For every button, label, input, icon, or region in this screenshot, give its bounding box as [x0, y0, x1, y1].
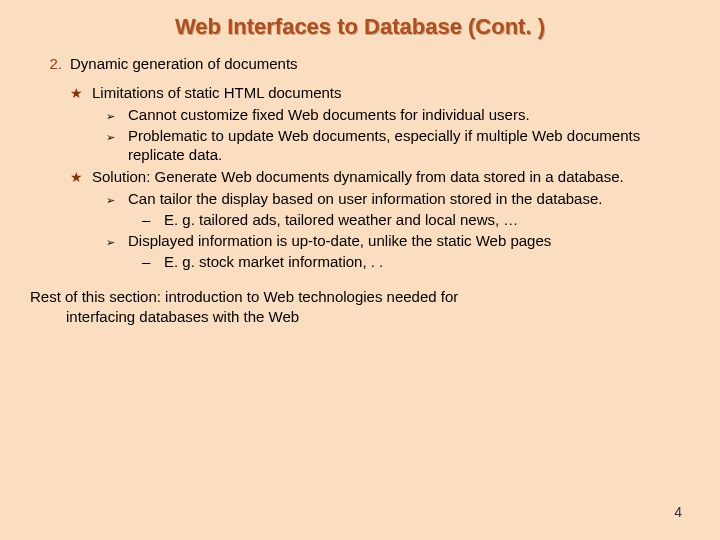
slide-title: Web Interfaces to Database (Cont. ) [0, 0, 720, 44]
arrow-item: ➢ Cannot customize fixed Web documents f… [106, 105, 690, 124]
number-marker: 2. [30, 54, 70, 73]
dash-icon: – [142, 252, 164, 271]
arrow-icon: ➢ [106, 235, 128, 249]
arrow-icon: ➢ [106, 109, 128, 123]
star-icon: ★ [70, 85, 92, 103]
star-item-text: Solution: Generate Web documents dynamic… [92, 167, 690, 186]
numbered-item: 2. Dynamic generation of documents [30, 54, 690, 73]
dash-item-text: E. g. tailored ads, tailored weather and… [164, 210, 690, 229]
dash-item: – E. g. stock market information, . . [142, 252, 690, 271]
dash-item-text: E. g. stock market information, . . [164, 252, 690, 271]
dash-icon: – [142, 210, 164, 229]
arrow-item: ➢ Displayed information is up-to-date, u… [106, 231, 690, 250]
closing-line-2: interfacing databases with the Web [30, 308, 299, 325]
arrow-item: ➢ Problematic to update Web documents, e… [106, 126, 690, 164]
dash-item: – E. g. tailored ads, tailored weather a… [142, 210, 690, 229]
slide-body: 2. Dynamic generation of documents ★ Lim… [0, 44, 720, 271]
arrow-item-text: Displayed information is up-to-date, unl… [128, 231, 690, 250]
page-number: 4 [674, 504, 682, 520]
closing-line-1: Rest of this section: introduction to We… [30, 288, 458, 305]
star-item: ★ Solution: Generate Web documents dynam… [70, 167, 690, 187]
star-item: ★ Limitations of static HTML documents [70, 83, 690, 103]
arrow-item: ➢ Can tailor the display based on user i… [106, 189, 690, 208]
star-item-text: Limitations of static HTML documents [92, 83, 690, 102]
arrow-item-text: Can tailor the display based on user inf… [128, 189, 690, 208]
arrow-icon: ➢ [106, 193, 128, 207]
star-icon: ★ [70, 169, 92, 187]
numbered-item-text: Dynamic generation of documents [70, 54, 690, 73]
arrow-item-text: Cannot customize fixed Web documents for… [128, 105, 690, 124]
arrow-icon: ➢ [106, 130, 128, 144]
arrow-item-text: Problematic to update Web documents, esp… [128, 126, 690, 164]
closing-paragraph: Rest of this section: introduction to We… [30, 287, 690, 326]
